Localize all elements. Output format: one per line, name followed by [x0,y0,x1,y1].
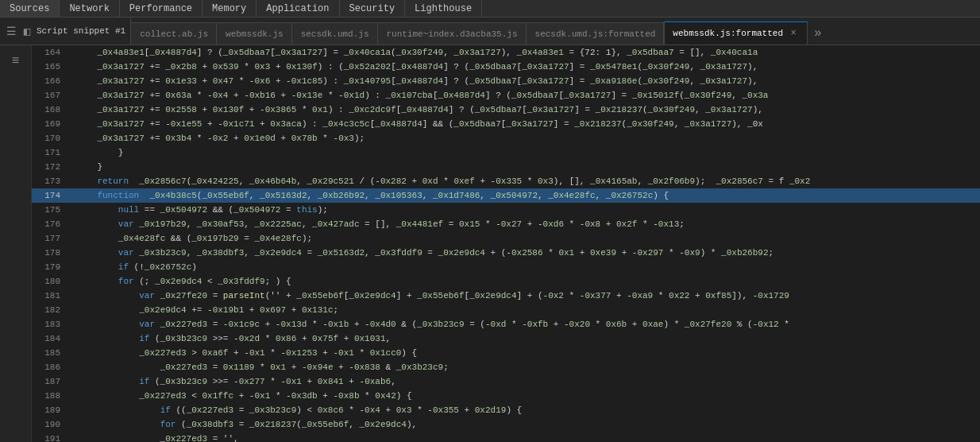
line-number: 188 [32,389,71,403]
top-navigation: Sources Network Performance Memory Appli… [0,0,980,17]
line-content: _0x3a1727 += _0x2b8 + 0x539 * 0x3 + 0x13… [71,60,980,74]
line-number: 164 [32,45,71,60]
main-area: ≡ 164 _0x4a83e1[_0x4887d4] ? (_0x5dbaa7[… [0,45,980,442]
line-content: null == _0x504972 && (_0x504972 = this); [71,203,980,217]
nav-network[interactable]: Network [60,0,119,17]
script-snippet-label: Script snippet #1 [37,26,125,36]
line-number: 189 [32,403,71,417]
nav-lighthouse[interactable]: Lighthouse [405,0,482,17]
code-area: 164 _0x4a83e1[_0x4887d4] ? (_0x5dbaa7[_0… [32,45,980,442]
tab-more-button[interactable]: » [808,22,828,45]
tabs-container: collect.ab.js webmssdk.js secsdk.umd.js … [131,17,980,45]
tab-webmssdk-formatted-label: webmssdk.js:formatted [673,29,783,38]
tab-runtime-index-label: runtime~index.d3acba35.js [387,29,518,39]
line-number: 185 [32,346,71,360]
nav-performance-label: Performance [129,3,192,14]
line-content: _0x3a1727 += 0x2558 + 0x130f + -0x3865 *… [71,103,980,117]
nav-performance[interactable]: Performance [120,0,203,17]
line-content: _0x3a1727 += 0x1e33 + 0x47 * -0x6 + -0x1… [71,74,980,88]
line-number: 166 [32,74,71,88]
tab-webmssdk-label: webmssdk.js [226,29,284,39]
code-line-174: 174 function _0x4b38c5(_0x55eb6f, _0x516… [32,188,980,203]
tab-bar-left: ☰ ◧ Script snippet #1 [0,17,131,45]
line-content: _0x227ed3 = '', [71,432,980,442]
line-number: 178 [32,246,71,260]
line-number: 168 [32,103,71,117]
code-line-183: 183 var _0x227ed3 = -0x1c9c + -0x13d * -… [32,317,980,332]
tab-collect-ab[interactable]: collect.ab.js [131,22,217,45]
nav-security[interactable]: Security [340,0,406,17]
code-line-175: 175 null == _0x504972 && (_0x504972 = th… [32,203,980,217]
line-number: 169 [32,117,71,131]
line-number: 187 [32,374,71,389]
line-content: _0x227ed3 = 0x1189 * 0x1 + -0x94e + -0x8… [71,360,980,374]
line-content: var _0x227ed3 = -0x1c9c + -0x13d * -0x1b… [71,317,980,332]
code-line-169: 169 _0x3a1727 += -0x1e55 + -0x1c71 + 0x3… [32,117,980,131]
line-number: 175 [32,203,71,217]
line-number: 165 [32,60,71,74]
tab-webmssdk[interactable]: webmssdk.js [217,22,292,45]
line-content: _0x4e28fc && (_0x197b29 = _0x4e28fc); [71,231,980,246]
sidebar-toggle-icon[interactable]: ☰ [5,25,17,37]
tab-close-icon[interactable]: × [788,28,799,39]
code-lines[interactable]: 164 _0x4a83e1[_0x4887d4] ? (_0x5dbaa7[_0… [32,45,980,442]
line-number: 170 [32,131,71,145]
tab-collect-ab-label: collect.ab.js [140,29,208,39]
code-line-172: 172 } [32,160,980,174]
line-content: _0x227ed3 > 0xa6f + -0x1 * -0x1253 + -0x… [71,346,980,360]
nav-application-label: Application [266,3,329,14]
code-line-178: 178 var _0x3b23c9, _0x38dbf3, _0x2e9dc4 … [32,246,980,260]
line-content: if (_0x3b23c9 >>= -0x277 * -0x1 + 0x841 … [71,374,980,389]
code-line-190: 190 for (_0x38dbf3 = _0x218237(_0x55eb6f… [32,417,980,432]
tab-secsdk-formatted-label: secsdk.umd.js:formatted [535,29,656,39]
line-number: 176 [32,217,71,231]
code-line-182: 182 _0x2e9dc4 += -0x19b1 + 0x697 + 0x131… [32,303,980,317]
gutter-icon-1[interactable]: ≡ [3,48,29,74]
line-content: _0x2e9dc4 += -0x19b1 + 0x697 + 0x131c; [71,303,980,317]
line-number: 177 [32,231,71,246]
line-number: 186 [32,360,71,374]
tab-secsdk-formatted[interactable]: secsdk.umd.js:formatted [527,22,665,45]
code-line-184: 184 if (_0x3b23c9 >>= -0x2d * 0x86 + 0x7… [32,332,980,346]
line-content: } [71,160,980,174]
nav-sources[interactable]: Sources [0,0,60,17]
line-number: 179 [32,260,71,274]
tab-bar: ☰ ◧ Script snippet #1 collect.ab.js webm… [0,17,980,45]
line-number: 173 [32,174,71,188]
code-line-166: 166 _0x3a1727 += 0x1e33 + 0x47 * -0x6 + … [32,74,980,88]
code-line-179: 179 if (!_0x26752c) [32,260,980,274]
line-number: 167 [32,88,71,103]
line-content: _0x3a1727 += 0x63a * -0x4 + -0xb16 + -0x… [71,88,980,103]
line-content: } [71,145,980,160]
line-number: 180 [32,274,71,289]
code-line-177: 177 _0x4e28fc && (_0x197b29 = _0x4e28fc)… [32,231,980,246]
code-line-188: 188 _0x227ed3 < 0x1ffc + -0x1 * -0x3db +… [32,389,980,403]
code-line-170: 170 _0x3a1727 += 0x3b4 * -0x2 + 0x1e0d +… [32,131,980,145]
line-number: 174 [32,188,71,203]
code-line-191: 191 _0x227ed3 = '', [32,432,980,442]
code-line-181: 181 var _0x27fe20 = parseInt('' + _0x55e… [32,289,980,303]
tab-secsdk-umd[interactable]: secsdk.umd.js [292,22,378,45]
line-content: function _0x4b38c5(_0x55eb6f, _0x5163d2,… [71,188,980,203]
nav-security-label: Security [349,3,395,14]
line-number: 183 [32,317,71,332]
nav-sources-label: Sources [10,3,49,14]
nav-memory[interactable]: Memory [203,0,257,17]
line-number: 190 [32,417,71,432]
panel-icon[interactable]: ◧ [21,25,33,37]
line-content: var _0x27fe20 = parseInt('' + _0x55eb6f[… [71,289,980,303]
line-content: var _0x3b23c9, _0x38dbf3, _0x2e9dc4 = _0… [71,246,980,260]
line-number: 181 [32,289,71,303]
line-number: 172 [32,160,71,174]
tab-webmssdk-formatted[interactable]: webmssdk.js:formatted × [664,21,808,45]
line-content: if (_0x3b23c9 >>= -0x2d * 0x86 + 0x75f +… [71,332,980,346]
code-line-176: 176 var _0x197b29, _0x30af53, _0x2225ac,… [32,217,980,231]
nav-application[interactable]: Application [257,0,339,17]
left-gutter: ≡ [0,45,32,442]
nav-memory-label: Memory [212,3,246,14]
line-content: var _0x197b29, _0x30af53, _0x2225ac, _0x… [71,217,980,231]
line-content: _0x4a83e1[_0x4887d4] ? (_0x5dbaa7[_0x3a1… [71,45,980,60]
line-content: _0x3a1727 += 0x3b4 * -0x2 + 0x1e0d + 0x7… [71,131,980,145]
code-line-186: 186 _0x227ed3 = 0x1189 * 0x1 + -0x94e + … [32,360,980,374]
tab-runtime-index[interactable]: runtime~index.d3acba35.js [378,22,527,45]
